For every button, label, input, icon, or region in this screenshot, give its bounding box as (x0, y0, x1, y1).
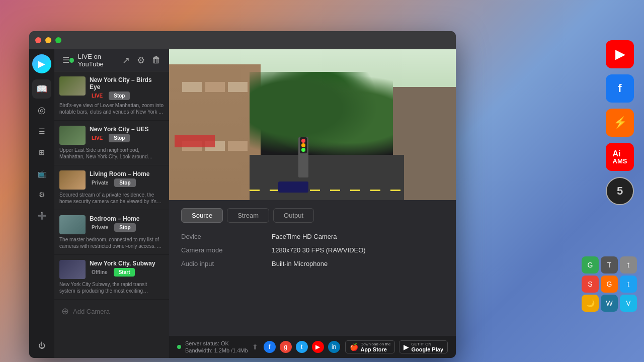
ams-desktop-icon[interactable]: Ai AMS (606, 143, 634, 171)
camera-info-living: Living Room – Home Private Stop (90, 170, 164, 187)
bandwidth-label: Bandwidth: 1.2Mb /1.4Mb (185, 347, 248, 354)
small-icon-1[interactable]: G (582, 256, 599, 274)
street-scene (169, 49, 456, 200)
lightning-desktop-icon[interactable]: ⚡ (606, 109, 634, 137)
add-icon: ⊕ (61, 306, 69, 317)
small-icon-7[interactable]: 🌙 (582, 295, 599, 312)
small-icon-8[interactable]: W (601, 295, 618, 312)
camera-info-bedroom: Bedroom – Home Private Stop (90, 215, 164, 232)
device-label: Device (181, 233, 272, 240)
upload-icon: ⬆ (252, 343, 258, 351)
social-facebook[interactable]: f (264, 341, 276, 353)
status-badge: LIVE (90, 93, 105, 99)
camera-item-subway[interactable]: New York City, Subway Offline Start New … (54, 255, 169, 300)
awning (175, 135, 215, 147)
sidebar-icon-grid[interactable]: ⊞ (32, 143, 51, 162)
camera-name: Bedroom – Home (90, 215, 164, 222)
appstore-text: Download on the App Store (360, 342, 390, 352)
stop-button-bedroom[interactable]: Stop (114, 223, 135, 232)
mode-value: 644x362 30 FPS (RAWVIDEO) (272, 246, 444, 254)
camera-name: Living Room – Home (90, 170, 164, 177)
sidebar: ▶ 📖 ◎ ☰ ⊞ 📺 ⚙ ➕ (29, 49, 54, 358)
tab-row: Source Stream Output (181, 208, 444, 223)
road (250, 155, 405, 200)
stop-button-nyc-ues[interactable]: Stop (109, 134, 130, 142)
social-youtube[interactable]: ▶ (312, 341, 324, 353)
sidebar-icon-video[interactable]: 📺 (32, 164, 51, 183)
stop-button-living[interactable]: Stop (114, 178, 135, 187)
camera-item-nyc-birds[interactable]: New York City – Birds Eye LIVE Stop Bird… (54, 71, 169, 121)
building-main-left (169, 64, 261, 200)
camera-desc: Secured stream of a private residence, t… (59, 192, 164, 205)
sidebar-icon-settings[interactable]: ⚙ (32, 185, 51, 204)
camera-desc: Bird's-eye view of Lower Manhattan, zoom… (59, 102, 164, 115)
tab-source[interactable]: Source (181, 208, 223, 223)
sidebar-icon-list[interactable]: ☰ (32, 122, 51, 141)
maximize-button[interactable] (55, 37, 61, 43)
five-desktop-icon[interactable]: 5 (606, 177, 634, 205)
menu-icon[interactable]: ☰ (62, 55, 69, 65)
source-info-grid: Device FaceTime HD Camera Camera mode 12… (181, 233, 444, 267)
googleplay-sub: GET IT ON (411, 342, 443, 346)
camera-thumb-nyc-ues (59, 126, 86, 145)
small-icon-6[interactable]: t (620, 276, 637, 293)
app-logo[interactable]: ▶ (32, 54, 51, 73)
googleplay-button[interactable]: ▶ GET IT ON Google Play (399, 340, 448, 353)
camera-item-nyc-ues[interactable]: New York City – UES LIVE Stop Upper East… (54, 121, 169, 165)
settings-button[interactable]: ⚙ (137, 55, 145, 66)
camera-thumb-nyc-birds (59, 76, 86, 96)
live-status-dot (69, 58, 74, 63)
minimize-button[interactable] (45, 37, 51, 43)
tab-output[interactable]: Output (273, 208, 314, 223)
stop-button-nyc-birds[interactable]: Stop (109, 92, 130, 100)
video-preview (169, 49, 456, 200)
small-icon-2[interactable]: T (601, 256, 618, 274)
sidebar-icon-location[interactable]: ◎ (32, 101, 51, 120)
footer-social-icons: f g t ▶ in (264, 341, 340, 353)
top-bar: ☰ LIVE on YouTube ↗ ⚙ 🗑 (54, 49, 169, 71)
main-area: Source Stream Output Device FaceTime HD … (169, 49, 456, 358)
camera-item-living-room[interactable]: Living Room – Home Private Stop Secured … (54, 165, 169, 210)
add-camera-label: Add Camera (73, 308, 110, 315)
small-icon-4[interactable]: S (582, 276, 599, 293)
delete-button[interactable]: 🗑 (152, 55, 161, 65)
audio-value: Built-in Microphone (272, 260, 444, 267)
start-button-subway[interactable]: Start (114, 268, 135, 277)
google-play-icon: ▶ (404, 343, 409, 351)
camera-list: ☰ LIVE on YouTube ↗ ⚙ 🗑 New York City (54, 49, 169, 358)
status-badge: Private (90, 224, 110, 231)
sidebar-icon-library[interactable]: 📖 (32, 79, 51, 99)
bottom-panel: Source Stream Output Device FaceTime HD … (169, 200, 456, 336)
googleplay-text: GET IT ON Google Play (411, 342, 443, 352)
appstore-button[interactable]: 🍎 Download on the App Store (345, 340, 395, 353)
tab-stream[interactable]: Stream (227, 208, 269, 223)
youtube-desktop-icon[interactable]: ▶ (606, 40, 634, 68)
camera-thumb-living (59, 170, 86, 190)
small-icon-3[interactable]: t (620, 256, 637, 274)
camera-desc: The master bedroom, connected to my list… (59, 236, 164, 249)
social-google[interactable]: g (280, 341, 292, 353)
trees-area (250, 72, 393, 162)
small-icon-5[interactable]: G (601, 276, 618, 293)
street-post (298, 137, 308, 177)
googleplay-label: Google Play (411, 346, 443, 352)
facebook-desktop-icon[interactable]: f (606, 74, 634, 103)
server-status-text: Server status: OK Bandwidth: 1.2Mb /1.4M… (185, 340, 248, 354)
sidebar-icon-plus[interactable]: ➕ (32, 206, 51, 225)
camera-item-bedroom[interactable]: Bedroom – Home Private Stop The master b… (54, 210, 169, 255)
appstore-sub: Download on the (360, 342, 390, 346)
camera-info-nyc-ues: New York City – UES LIVE Stop (90, 126, 164, 142)
live-status-label: LIVE on YouTube (78, 53, 122, 68)
add-camera-button[interactable]: ⊕ Add Camera (54, 300, 169, 323)
status-badge: Private (90, 179, 110, 186)
social-twitter[interactable]: t (296, 341, 308, 353)
camera-desc: Upper East Side and neighborhood, Manhat… (59, 147, 164, 160)
appstore-label: App Store (360, 346, 390, 352)
share-button[interactable]: ↗ (122, 55, 130, 66)
camera-info-subway: New York City, Subway Offline Start (90, 260, 164, 277)
social-linkedin[interactable]: in (328, 341, 340, 353)
app-footer: Server status: OK Bandwidth: 1.2Mb /1.4M… (169, 336, 456, 358)
sidebar-icon-power[interactable]: ⏻ (32, 339, 51, 358)
close-button[interactable] (35, 37, 41, 43)
small-icon-9[interactable]: V (620, 295, 637, 312)
